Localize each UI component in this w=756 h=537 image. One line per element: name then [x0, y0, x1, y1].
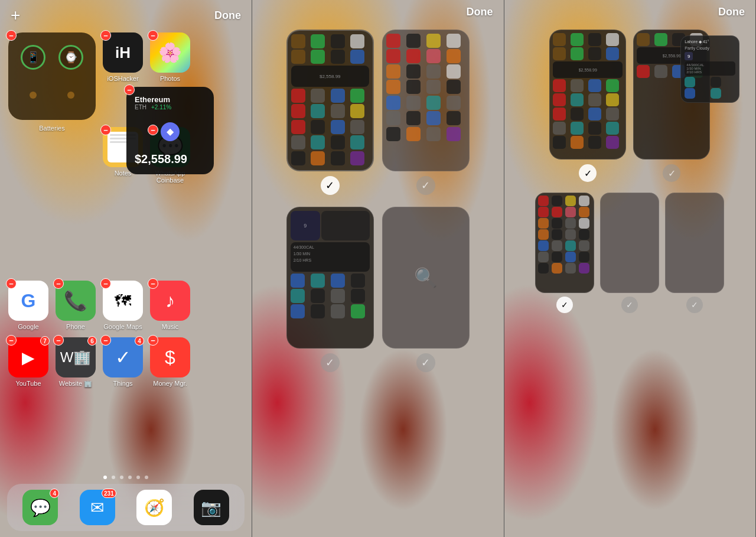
remove-maps[interactable]: − — [100, 278, 111, 289]
remove-things[interactable]: − — [100, 335, 111, 346]
page-option-3[interactable]: 9 44/300CAL 1/30 MIN 2/10 HRS ✓ — [286, 207, 374, 372]
battery-dot-1 — [30, 92, 37, 99]
top-bar-2: Done — [252, 0, 504, 24]
photos-label: Photos — [160, 75, 180, 82]
checkmark-3: ✓ — [321, 353, 340, 372]
remove-music[interactable]: − — [148, 278, 158, 289]
batteries-widget: − 📱 ⌚ Batteries — [8, 32, 96, 120]
checkmark3-1: ✓ — [579, 164, 597, 182]
screen-panel-3: Done $2,558.99 — [504, 0, 757, 537]
page3-preview-4 — [600, 193, 659, 293]
page-option-2[interactable]: ✓ — [382, 30, 470, 195]
page3-preview-5 — [665, 193, 724, 293]
music-label: Music — [162, 323, 179, 330]
screen-panel-2: Done $2,558.99 — [252, 0, 504, 537]
battery-icon-1: 📱 — [21, 45, 45, 70]
page3-preview-1: $2,558.99 — [549, 30, 626, 160]
app-google[interactable]: − G Google — [8, 281, 48, 330]
page3-option-5[interactable]: ✓ — [665, 193, 724, 313]
dock: 4 💬 231 ✉ 🧭 📷 — [7, 484, 245, 531]
page3-option-4[interactable]: ✓ — [600, 193, 659, 313]
dot-3 — [120, 476, 123, 479]
checkmark-2: ✓ — [416, 176, 435, 195]
top-bar-1: + Done — [0, 0, 252, 31]
remove-google[interactable]: − — [6, 278, 17, 289]
remove-photos[interactable]: − — [148, 30, 158, 41]
page-dots — [0, 476, 252, 479]
dock-mail[interactable]: 231 ✉ — [80, 490, 115, 525]
youtube-label: YouTube — [15, 380, 41, 387]
google-label: Google — [18, 323, 38, 330]
website-badge: 6 — [87, 336, 97, 346]
done-button-1[interactable]: Done — [214, 9, 241, 22]
add-widget-button[interactable]: + — [11, 6, 20, 25]
app-ioshacker[interactable]: − iH iOSHacker — [103, 32, 143, 82]
coinbase-title: Ethereum — [135, 95, 206, 104]
app-maps[interactable]: − 🗺 Google Maps — [103, 281, 143, 330]
dot-1 — [103, 476, 107, 479]
remove-notes[interactable]: − — [100, 125, 111, 135]
coinbase-price: $2,558.99 — [135, 152, 206, 166]
remove-coinbase[interactable]: − — [124, 84, 135, 95]
battery-dot-2 — [67, 92, 74, 99]
dot-5 — [136, 476, 140, 479]
remove-youtube[interactable]: − — [6, 335, 17, 346]
dock-safari[interactable]: 🧭 — [136, 490, 172, 525]
app-youtube[interactable]: − 7 ▶ YouTube — [8, 337, 48, 388]
done-button-3[interactable]: Done — [718, 6, 745, 18]
page-preview-1: $2,558.99 — [286, 30, 374, 171]
checkmark-1: ✓ — [321, 176, 340, 195]
eth-logo: ◆ — [161, 122, 180, 141]
safari-icon: 🧭 — [136, 490, 172, 525]
messages-badge: 4 — [50, 489, 59, 498]
dot-6 — [145, 476, 148, 479]
app-moneymgr[interactable]: − $ Money Mgr. — [150, 337, 190, 388]
dot-4 — [128, 476, 132, 479]
done-button-2[interactable]: Done — [467, 6, 493, 18]
dock-camera[interactable]: 📷 — [194, 490, 229, 525]
page3-option-1[interactable]: $2,558.99 ✓ — [549, 30, 626, 182]
checkmark3-2: ✓ — [663, 164, 680, 182]
remove-ioshacker[interactable]: − — [100, 30, 111, 41]
things-badge: 4 — [135, 336, 144, 346]
remove-batteries[interactable]: − — [6, 30, 17, 41]
phone-label: Phone — [66, 323, 85, 330]
things-label: Things — [113, 380, 132, 387]
page3-preview-3 — [535, 193, 594, 293]
app-things[interactable]: − 4 ✓ Things — [103, 337, 143, 388]
checkmark3-5: ✓ — [686, 297, 703, 313]
remove-website[interactable]: − — [53, 335, 64, 346]
page-preview-3: 9 44/300CAL 1/30 MIN 2/10 HRS — [286, 207, 374, 349]
checkmark3-3: ✓ — [556, 297, 573, 313]
remove-whatsapp[interactable]: − — [148, 125, 158, 135]
dot-2 — [112, 476, 115, 479]
remove-phone[interactable]: − — [53, 278, 64, 289]
ioshacker-label: iOSHacker — [107, 75, 138, 82]
app-photos[interactable]: − 🌸 Photos — [150, 32, 190, 82]
coinbase-change: +2.11% — [151, 104, 171, 110]
checkmark-4: ✓ — [416, 353, 435, 372]
youtube-badge: 7 — [40, 336, 50, 346]
remove-moneymgr[interactable]: − — [148, 335, 158, 346]
page-option-1[interactable]: $2,558.99 ✓ — [286, 30, 374, 195]
coinbase-label: Coinbase — [126, 177, 214, 184]
batteries-label: Batteries — [8, 125, 96, 132]
mail-badge: 231 — [102, 489, 116, 498]
page-preview-2 — [382, 30, 470, 171]
page-option-4[interactable]: 🔍 ✓ — [382, 207, 470, 372]
page3-option-3[interactable]: ✓ — [535, 193, 594, 313]
maps-label: Google Maps — [103, 323, 142, 330]
app-phone[interactable]: − 📞 Phone — [56, 281, 96, 330]
page3-option-2[interactable]: $2,558.99 Lahore ◆ 41° Partly Cloudy 9 4… — [633, 30, 710, 182]
website-label: Website 🏢 — [59, 380, 93, 388]
dock-messages[interactable]: 4 💬 — [22, 490, 58, 525]
coinbase-widget: − Ethereum ETH +2.11% ◆ $2,558.99 Coinba… — [126, 87, 214, 184]
camera-icon: 📷 — [194, 490, 229, 525]
checkmark3-4: ✓ — [621, 297, 638, 313]
coinbase-ticker: ETH — [135, 104, 146, 110]
app-website[interactable]: − 6 W🏢 Website 🏢 — [56, 337, 96, 388]
app-music[interactable]: − ♪ Music — [150, 281, 190, 330]
moneymgr-label: Money Mgr. — [153, 380, 187, 387]
top-bar-3: Done — [504, 0, 756, 24]
page-preview-4: 🔍 — [382, 207, 470, 349]
